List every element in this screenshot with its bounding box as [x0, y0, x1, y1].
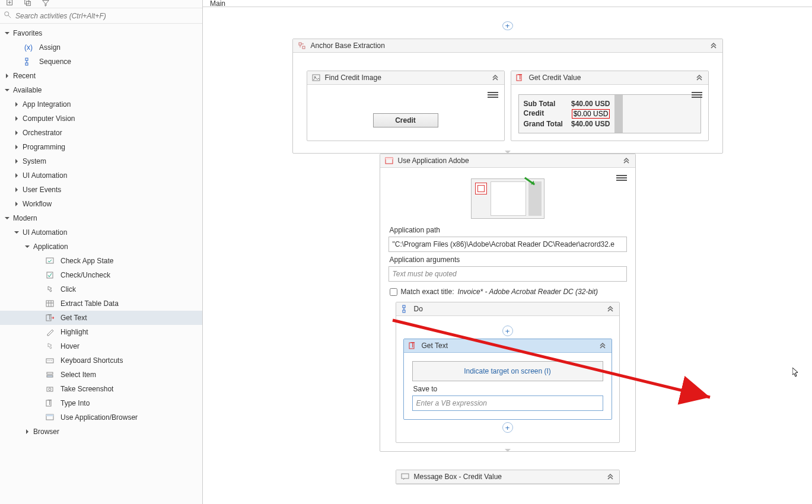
- tree-app-integration[interactable]: App Integration: [0, 97, 202, 111]
- add-activity-button[interactable]: +: [502, 422, 513, 433]
- svg-rect-32: [403, 305, 405, 308]
- svg-point-15: [51, 360, 52, 361]
- path-label: Application path: [390, 226, 626, 234]
- tree-assign[interactable]: (x) Assign: [0, 40, 202, 55]
- tree-use-app-browser[interactable]: Use Application/Browser: [0, 410, 202, 425]
- click-icon: [45, 285, 55, 294]
- get-text-icon: T: [409, 342, 417, 350]
- indicate-target-button[interactable]: Indicate target on screen (I): [412, 361, 603, 381]
- svg-rect-33: [403, 310, 405, 312]
- tree-highlight[interactable]: Highlight: [0, 325, 202, 339]
- keyboard-icon: [45, 356, 55, 365]
- do-card[interactable]: Do + T Get Text Indicate targ: [396, 302, 620, 443]
- application-path-input[interactable]: [389, 237, 627, 252]
- tree-type-into[interactable]: T Type Into: [0, 396, 202, 410]
- tree-check-app-state[interactable]: Check App State: [0, 254, 202, 268]
- collapse-icon[interactable]: [606, 473, 614, 481]
- collapse-icon[interactable]: [491, 74, 499, 82]
- collapse-icon[interactable]: [709, 42, 718, 50]
- add-activity-button[interactable]: +: [502, 326, 513, 336]
- designer-tabbar: Main: [203, 0, 812, 7]
- svg-point-3: [5, 12, 9, 16]
- tree-keyboard-shortcuts[interactable]: Keyboard Shortcuts: [0, 353, 202, 368]
- svg-rect-25: [302, 46, 305, 49]
- add-icon[interactable]: [6, 0, 14, 9]
- options-menu[interactable]: [488, 91, 498, 99]
- message-icon: [401, 473, 409, 481]
- filter-icon[interactable]: [42, 0, 50, 9]
- get-text-icon: T: [45, 313, 55, 323]
- tree-check-uncheck[interactable]: Check/Uncheck: [0, 268, 202, 282]
- tree-get-text[interactable]: T Get Text: [0, 311, 202, 325]
- collapse-icon[interactable]: [598, 342, 607, 350]
- svg-rect-31: [386, 158, 393, 160]
- credit-image-preview: Credit: [373, 113, 438, 127]
- tree-recent[interactable]: Recent: [0, 69, 202, 83]
- tree-take-screenshot[interactable]: Take Screenshot: [0, 382, 202, 396]
- add-activity-top[interactable]: +: [502, 21, 513, 30]
- options-menu[interactable]: [692, 91, 702, 99]
- anchor-icon: [298, 42, 306, 50]
- anchor-base-card[interactable]: Anchor Base Extraction Find Credit Image…: [292, 39, 723, 154]
- application-args-input[interactable]: [389, 266, 627, 282]
- tree-computer-vision[interactable]: Computer Vision: [0, 111, 202, 126]
- svg-rect-8: [47, 272, 53, 278]
- tree-ui-automation[interactable]: UI Automation: [0, 168, 202, 183]
- collapse-icon[interactable]: [606, 305, 614, 313]
- search-row: [0, 8, 202, 24]
- tree-programming[interactable]: Programming: [0, 140, 202, 154]
- svg-text:T: T: [518, 74, 523, 81]
- collapse-icon[interactable]: [622, 157, 631, 165]
- application-icon: [385, 157, 393, 165]
- highlight-icon: [45, 327, 55, 337]
- tree-system[interactable]: System: [0, 154, 202, 168]
- svg-rect-6: [26, 63, 28, 65]
- collapse-icon[interactable]: [695, 74, 703, 82]
- tree-hover[interactable]: Hover: [0, 339, 202, 353]
- svg-rect-5: [26, 58, 28, 60]
- svg-rect-1: [25, 0, 29, 4]
- message-box-card[interactable]: Message Box - Credit Value: [396, 470, 620, 484]
- tree-modern-ui-automation[interactable]: UI Automation: [0, 225, 202, 240]
- svg-point-14: [49, 360, 50, 361]
- options-menu[interactable]: [616, 174, 627, 182]
- anchor-body: Find Credit Image Credit T Get Credit Va…: [293, 53, 722, 153]
- args-label: Application arguments: [390, 256, 626, 264]
- duplicate-icon[interactable]: [24, 0, 32, 9]
- svg-rect-17: [47, 375, 53, 377]
- tree-available[interactable]: Available: [0, 83, 202, 97]
- tree-workflow[interactable]: Workflow: [0, 197, 202, 211]
- tree-select-item[interactable]: Select Item: [0, 368, 202, 382]
- designer-main: Main + Anchor Base Extraction Find Credi…: [203, 0, 812, 504]
- match-title-row: Match exact title: Invoice* - Adobe Acro…: [390, 288, 626, 296]
- tree-modern[interactable]: Modern: [0, 211, 202, 225]
- svg-text:T: T: [410, 342, 415, 349]
- image-icon: [312, 74, 320, 82]
- tree-click[interactable]: Click: [0, 282, 202, 296]
- svg-rect-36: [402, 474, 409, 479]
- get-text-card[interactable]: T Get Text Indicate target on screen (I)…: [403, 339, 612, 420]
- tree-sequence[interactable]: Sequence: [0, 55, 202, 69]
- workflow-canvas[interactable]: + Anchor Base Extraction Find Credit Ima…: [203, 7, 812, 504]
- tree-browser[interactable]: Browser: [0, 425, 202, 439]
- tree-user-events[interactable]: User Events: [0, 183, 202, 197]
- svg-rect-24: [299, 43, 301, 45]
- save-to-input[interactable]: [412, 395, 603, 411]
- tree-application[interactable]: Application: [0, 240, 202, 254]
- tree-favorites[interactable]: Favorites: [0, 26, 202, 40]
- tree-orchestrator[interactable]: Orchestrator: [0, 126, 202, 140]
- svg-text:(x): (x): [24, 43, 33, 52]
- search-icon: [4, 11, 12, 21]
- use-application-card[interactable]: Use Application Adobe Application path A…: [380, 154, 636, 452]
- match-title-checkbox[interactable]: [390, 288, 397, 296]
- search-input[interactable]: [15, 12, 199, 20]
- tab-main[interactable]: Main: [210, 0, 225, 8]
- hover-icon: [45, 342, 55, 351]
- anchor-title: Anchor Base Extraction: [311, 42, 705, 50]
- find-image-card[interactable]: Find Credit Image Credit: [307, 71, 505, 141]
- tree-extract-table[interactable]: Extract Table Data: [0, 296, 202, 311]
- activities-panel: Favorites (x) Assign Sequence Recent Ava…: [0, 0, 203, 504]
- get-credit-value-card[interactable]: T Get Credit Value Sub Total$40.00 USD C…: [511, 71, 709, 141]
- svg-rect-7: [46, 258, 53, 263]
- save-to-label: Save to: [413, 385, 602, 393]
